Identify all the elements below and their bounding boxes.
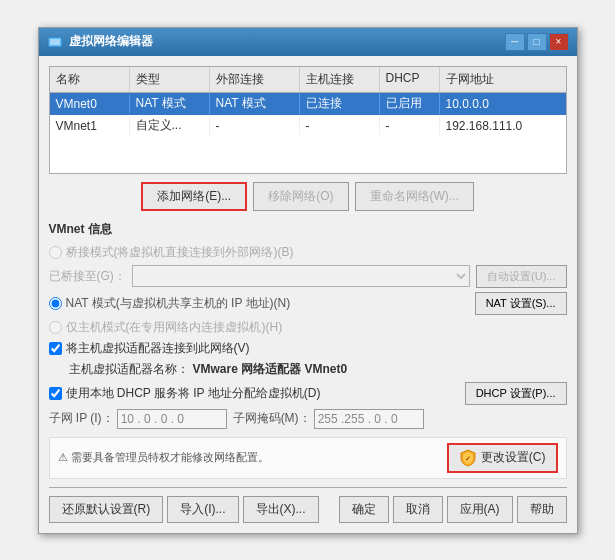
adapter-name-label: 主机虚拟适配器名称： (69, 361, 189, 378)
use-dhcp-label: 使用本地 DHCP 服务将 IP 地址分配给虚拟机(D) (66, 385, 321, 402)
title-buttons: ─ □ × (505, 33, 569, 51)
subnet-mask-label: 子网掩码(M)： (233, 410, 311, 427)
bridge-to-row: 已桥接至(G)： 自动设置(U)... (49, 265, 567, 288)
import-button[interactable]: 导入(I)... (167, 496, 238, 523)
subnet-ip-input[interactable] (117, 409, 227, 429)
ok-button[interactable]: 确定 (339, 496, 389, 523)
restore-defaults-button[interactable]: 还原默认设置(R) (49, 496, 164, 523)
cancel-button[interactable]: 取消 (393, 496, 443, 523)
vmnet-info-title: VMnet 信息 (49, 221, 567, 238)
change-settings-button[interactable]: ✓ 更改设置(C) (447, 443, 558, 473)
apply-button[interactable]: 应用(A) (447, 496, 513, 523)
rename-network-button[interactable]: 重命名网络(W)... (355, 182, 474, 211)
bridge-mode-radio[interactable] (49, 246, 62, 259)
change-settings-label: 更改设置(C) (481, 449, 546, 466)
header-type: 类型 (130, 67, 210, 92)
window-title: 虚拟网络编辑器 (69, 33, 153, 50)
bottom-buttons-row: 还原默认设置(R) 导入(I)... 导出(X)... 确定 取消 应用(A) … (49, 496, 567, 523)
header-name: 名称 (50, 67, 130, 92)
nat-mode-radio[interactable] (49, 297, 62, 310)
cell-dhcp-1: - (380, 117, 440, 135)
cell-name-0: VMnet0 (50, 95, 130, 113)
nat-settings-button[interactable]: NAT 设置(S)... (475, 292, 567, 315)
bottom-left-buttons: 还原默认设置(R) 导入(I)... 导出(X)... (49, 496, 319, 523)
use-dhcp-checkbox[interactable] (49, 387, 62, 400)
subnet-mask-field: 子网掩码(M)： (233, 409, 424, 429)
cell-subnet-1: 192.168.111.0 (440, 117, 540, 135)
cell-type-1: 自定义... (130, 115, 210, 136)
minimize-button[interactable]: ─ (505, 33, 525, 51)
bridge-to-dropdown[interactable] (132, 265, 470, 287)
header-dhcp: DHCP (380, 67, 440, 92)
nat-mode-label: NAT 模式(与虚拟机共享主机的 IP 地址)(N) (66, 295, 291, 312)
network-table: 名称 类型 外部连接 主机连接 DHCP 子网地址 VMnet0 NAT 模式 … (49, 66, 567, 174)
window-icon (47, 34, 63, 50)
cell-host-0: 已连接 (300, 93, 380, 114)
subnet-ip-label: 子网 IP (I)： (49, 410, 114, 427)
header-host: 主机连接 (300, 67, 380, 92)
svg-text:✓: ✓ (465, 455, 471, 462)
export-button[interactable]: 导出(X)... (243, 496, 319, 523)
title-bar-left: 虚拟网络编辑器 (47, 33, 153, 50)
add-network-button[interactable]: 添加网络(E)... (141, 182, 247, 211)
cell-name-1: VMnet1 (50, 117, 130, 135)
header-external: 外部连接 (210, 67, 300, 92)
connect-adapter-row: 将主机虚拟适配器连接到此网络(V) (49, 340, 567, 357)
ip-row: 子网 IP (I)： 子网掩码(M)： (49, 409, 567, 429)
subnet-mask-input[interactable] (314, 409, 424, 429)
dhcp-settings-button[interactable]: DHCP 设置(P)... (465, 382, 567, 405)
bridge-to-label: 已桥接至(G)： (49, 268, 126, 285)
bottom-right-buttons: 确定 取消 应用(A) 帮助 (339, 496, 567, 523)
warning-text: ⚠ 需要具备管理员特权才能修改网络配置。 (58, 450, 269, 465)
adapter-name-row: 主机虚拟适配器名称： VMware 网络适配器 VMnet0 (49, 361, 567, 378)
table-row[interactable]: VMnet1 自定义... - - - 192.168.111.0 (50, 115, 566, 137)
adapter-name-value: VMware 网络适配器 VMnet0 (193, 361, 348, 378)
table-row[interactable]: VMnet0 NAT 模式 NAT 模式 已连接 已启用 10.0.0.0 (50, 93, 566, 115)
cell-dhcp-0: 已启用 (380, 93, 440, 114)
bridge-mode-label: 桥接模式(将虚拟机直接连接到外部网络)(B) (66, 244, 294, 261)
title-bar: 虚拟网络编辑器 ─ □ × (39, 28, 577, 56)
bridge-mode-row: 桥接模式(将虚拟机直接连接到外部网络)(B) (49, 244, 567, 261)
toolbar-buttons: 添加网络(E)... 移除网络(O) 重命名网络(W)... (49, 182, 567, 211)
cell-external-0: NAT 模式 (210, 93, 300, 114)
cell-type-0: NAT 模式 (130, 93, 210, 114)
host-only-row: 仅主机模式(在专用网络内连接虚拟机)(H) (49, 319, 567, 336)
main-window: 虚拟网络编辑器 ─ □ × 名称 类型 外部连接 主机连接 DHCP 子网地址 … (38, 27, 578, 534)
cell-host-1: - (300, 117, 380, 135)
close-button[interactable]: × (549, 33, 569, 51)
svg-rect-1 (50, 39, 60, 45)
content-area: 名称 类型 外部连接 主机连接 DHCP 子网地址 VMnet0 NAT 模式 … (39, 56, 577, 533)
maximize-button[interactable]: □ (527, 33, 547, 51)
help-button[interactable]: 帮助 (517, 496, 567, 523)
bridge-auto-button[interactable]: 自动设置(U)... (476, 265, 566, 288)
nat-mode-row: NAT 模式(与虚拟机共享主机的 IP 地址)(N) NAT 设置(S)... (49, 292, 567, 315)
table-header: 名称 类型 外部连接 主机连接 DHCP 子网地址 (50, 67, 566, 93)
header-subnet: 子网地址 (440, 67, 540, 92)
connect-adapter-checkbox[interactable] (49, 342, 62, 355)
subnet-ip-field: 子网 IP (I)： (49, 409, 227, 429)
host-only-label: 仅主机模式(在专用网络内连接虚拟机)(H) (66, 319, 283, 336)
connect-adapter-label: 将主机虚拟适配器连接到此网络(V) (66, 340, 250, 357)
shield-icon: ✓ (459, 449, 477, 467)
divider (49, 487, 567, 488)
table-body: VMnet0 NAT 模式 NAT 模式 已连接 已启用 10.0.0.0 VM… (50, 93, 566, 173)
use-dhcp-row: 使用本地 DHCP 服务将 IP 地址分配给虚拟机(D) DHCP 设置(P).… (49, 382, 567, 405)
remove-network-button[interactable]: 移除网络(O) (253, 182, 348, 211)
warning-row: ⚠ 需要具备管理员特权才能修改网络配置。 ✓ 更改设置(C) (49, 437, 567, 479)
host-only-radio[interactable] (49, 321, 62, 334)
cell-subnet-0: 10.0.0.0 (440, 95, 540, 113)
cell-external-1: - (210, 117, 300, 135)
